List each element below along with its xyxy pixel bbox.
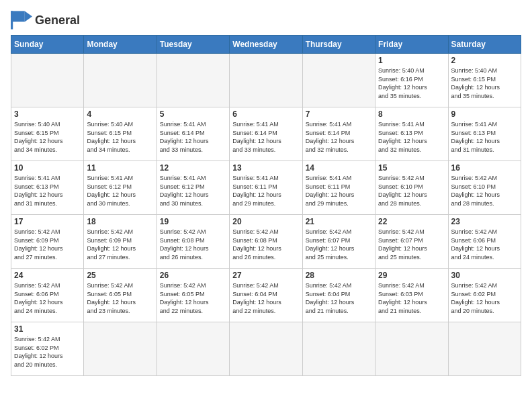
calendar-week-6: 31Sunrise: 5:42 AM Sunset: 6:02 PM Dayli… [11,322,521,376]
sun-info: Sunrise: 5:42 AM Sunset: 6:05 PM Dayligh… [160,281,226,315]
calendar-cell: 18Sunrise: 5:42 AM Sunset: 6:09 PM Dayli… [84,215,157,269]
day-number: 31 [14,324,81,334]
calendar-cell: 9Sunrise: 5:41 AM Sunset: 6:13 PM Daylig… [448,107,521,161]
calendar-cell: 17Sunrise: 5:42 AM Sunset: 6:09 PM Dayli… [11,215,84,269]
sun-info: Sunrise: 5:42 AM Sunset: 6:10 PM Dayligh… [451,174,518,208]
calendar-cell: 30Sunrise: 5:42 AM Sunset: 6:02 PM Dayli… [448,269,521,322]
day-number: 10 [14,163,81,173]
calendar-cell: 12Sunrise: 5:41 AM Sunset: 6:12 PM Dayli… [157,161,229,215]
sun-info: Sunrise: 5:40 AM Sunset: 6:15 PM Dayligh… [87,120,153,154]
calendar-cell: 3Sunrise: 5:40 AM Sunset: 6:15 PM Daylig… [11,107,84,161]
calendar-week-2: 3Sunrise: 5:40 AM Sunset: 6:15 PM Daylig… [11,107,521,161]
weekday-header-sunday: Sunday [11,36,84,54]
calendar-cell [157,54,229,107]
day-number: 11 [87,163,153,173]
sun-info: Sunrise: 5:42 AM Sunset: 6:06 PM Dayligh… [14,281,81,315]
calendar-cell: 7Sunrise: 5:41 AM Sunset: 6:14 PM Daylig… [302,107,375,161]
day-number: 2 [451,56,518,65]
day-number: 24 [14,271,81,280]
sun-info: Sunrise: 5:41 AM Sunset: 6:14 PM Dayligh… [232,120,299,154]
sun-info: Sunrise: 5:40 AM Sunset: 6:16 PM Dayligh… [378,66,445,100]
svg-rect-2 [11,11,13,29]
sun-info: Sunrise: 5:40 AM Sunset: 6:15 PM Dayligh… [451,66,518,100]
day-number: 1 [378,56,445,65]
generalblue-logo-icon [11,11,32,30]
calendar-cell: 6Sunrise: 5:41 AM Sunset: 6:14 PM Daylig… [230,107,302,161]
logo-text: General [35,14,80,26]
calendar-cell: 5Sunrise: 5:41 AM Sunset: 6:14 PM Daylig… [157,107,229,161]
calendar-header: SundayMondayTuesdayWednesdayThursdayFrid… [11,36,521,54]
sun-info: Sunrise: 5:42 AM Sunset: 6:10 PM Dayligh… [378,174,445,208]
calendar-cell [448,322,521,376]
sun-info: Sunrise: 5:41 AM Sunset: 6:12 PM Dayligh… [160,174,226,208]
calendar-cell [230,322,302,376]
sun-info: Sunrise: 5:42 AM Sunset: 6:03 PM Dayligh… [378,281,445,315]
sun-info: Sunrise: 5:41 AM Sunset: 6:13 PM Dayligh… [14,174,81,208]
sun-info: Sunrise: 5:41 AM Sunset: 6:13 PM Dayligh… [451,120,518,154]
day-number: 21 [306,217,372,226]
calendar-cell: 22Sunrise: 5:42 AM Sunset: 6:07 PM Dayli… [375,215,448,269]
weekday-header-thursday: Thursday [302,36,375,54]
calendar-cell: 27Sunrise: 5:42 AM Sunset: 6:04 PM Dayli… [230,269,302,322]
day-number: 16 [451,163,518,173]
calendar-week-3: 10Sunrise: 5:41 AM Sunset: 6:13 PM Dayli… [11,161,521,215]
calendar-cell: 8Sunrise: 5:41 AM Sunset: 6:13 PM Daylig… [375,107,448,161]
day-number: 19 [160,217,226,226]
calendar-cell: 20Sunrise: 5:42 AM Sunset: 6:08 PM Dayli… [230,215,302,269]
day-number: 23 [451,217,518,226]
day-number: 13 [232,163,299,173]
calendar-cell [11,54,84,107]
sun-info: Sunrise: 5:42 AM Sunset: 6:04 PM Dayligh… [232,281,299,315]
calendar-cell [375,322,448,376]
sun-info: Sunrise: 5:42 AM Sunset: 6:07 PM Dayligh… [378,228,445,261]
logo: General [11,11,80,30]
day-number: 12 [160,163,226,173]
calendar-table: SundayMondayTuesdayWednesdayThursdayFrid… [11,35,521,376]
day-number: 8 [378,109,445,119]
day-number: 9 [451,109,518,119]
sun-info: Sunrise: 5:42 AM Sunset: 6:09 PM Dayligh… [14,228,81,261]
calendar-cell: 10Sunrise: 5:41 AM Sunset: 6:13 PM Dayli… [11,161,84,215]
sun-info: Sunrise: 5:42 AM Sunset: 6:06 PM Dayligh… [451,228,518,261]
day-number: 28 [306,271,372,280]
weekday-header-tuesday: Tuesday [157,36,229,54]
sun-info: Sunrise: 5:42 AM Sunset: 6:05 PM Dayligh… [87,281,153,315]
sun-info: Sunrise: 5:42 AM Sunset: 6:09 PM Dayligh… [87,228,153,261]
day-number: 26 [160,271,226,280]
calendar-cell [302,54,375,107]
calendar-cell: 13Sunrise: 5:41 AM Sunset: 6:11 PM Dayli… [230,161,302,215]
header: General [11,11,521,30]
calendar-cell: 21Sunrise: 5:42 AM Sunset: 6:07 PM Dayli… [302,215,375,269]
sun-info: Sunrise: 5:42 AM Sunset: 6:08 PM Dayligh… [232,228,299,261]
day-number: 7 [306,109,372,119]
sun-info: Sunrise: 5:41 AM Sunset: 6:11 PM Dayligh… [232,174,299,208]
day-number: 20 [232,217,299,226]
calendar-cell: 28Sunrise: 5:42 AM Sunset: 6:04 PM Dayli… [302,269,375,322]
calendar-cell: 11Sunrise: 5:41 AM Sunset: 6:12 PM Dayli… [84,161,157,215]
day-number: 6 [232,109,299,119]
day-number: 14 [306,163,372,173]
day-number: 22 [378,217,445,226]
calendar-cell [230,54,302,107]
sun-info: Sunrise: 5:42 AM Sunset: 6:02 PM Dayligh… [451,281,518,315]
weekday-header-monday: Monday [84,36,157,54]
calendar-cell: 31Sunrise: 5:42 AM Sunset: 6:02 PM Dayli… [11,322,84,376]
calendar-cell: 1Sunrise: 5:40 AM Sunset: 6:16 PM Daylig… [375,54,448,107]
sun-info: Sunrise: 5:41 AM Sunset: 6:12 PM Dayligh… [87,174,153,208]
calendar-cell: 4Sunrise: 5:40 AM Sunset: 6:15 PM Daylig… [84,107,157,161]
day-number: 5 [160,109,226,119]
calendar-cell: 29Sunrise: 5:42 AM Sunset: 6:03 PM Dayli… [375,269,448,322]
day-number: 18 [87,217,153,226]
calendar-cell: 14Sunrise: 5:41 AM Sunset: 6:11 PM Dayli… [302,161,375,215]
sun-info: Sunrise: 5:41 AM Sunset: 6:14 PM Dayligh… [160,120,226,154]
sun-info: Sunrise: 5:41 AM Sunset: 6:14 PM Dayligh… [306,120,372,154]
day-number: 30 [451,271,518,280]
calendar-cell: 24Sunrise: 5:42 AM Sunset: 6:06 PM Dayli… [11,269,84,322]
calendar-cell: 25Sunrise: 5:42 AM Sunset: 6:05 PM Dayli… [84,269,157,322]
sun-info: Sunrise: 5:40 AM Sunset: 6:15 PM Dayligh… [14,120,81,154]
day-number: 3 [14,109,81,119]
calendar-cell [157,322,229,376]
calendar-week-1: 1Sunrise: 5:40 AM Sunset: 6:16 PM Daylig… [11,54,521,107]
svg-marker-1 [25,11,32,21]
calendar-cell: 2Sunrise: 5:40 AM Sunset: 6:15 PM Daylig… [448,54,521,107]
